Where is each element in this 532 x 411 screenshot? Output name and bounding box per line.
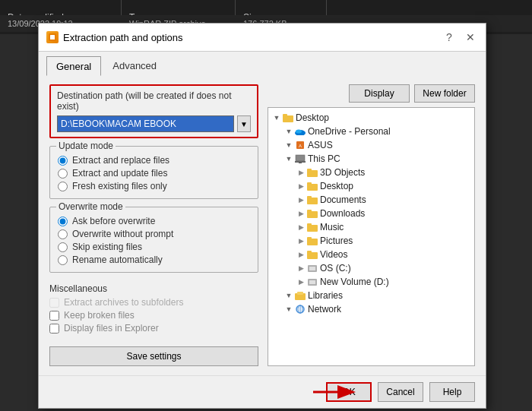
tree-item[interactable]: ▶New Volume (D:) <box>268 275 474 289</box>
ok-arrow-icon <box>312 383 357 401</box>
left-panel: Destination path (will be created if doe… <box>49 84 258 366</box>
tree-expand-icon: ▶ <box>296 167 306 178</box>
asus-icon: A <box>294 140 306 150</box>
radio-fresh-existing-label: Fresh existing files only <box>72 181 167 191</box>
folder-icon <box>306 236 318 246</box>
tree-item[interactable]: ▶Music <box>268 220 474 234</box>
misc-section: Miscellaneous Extract archives to subfol… <box>49 280 258 339</box>
radio-ask-before-label: Ask before overwrite <box>72 216 155 226</box>
radio-skip-existing-label: Skip existing files <box>72 242 142 252</box>
radio-ask-before-input[interactable] <box>58 217 68 226</box>
tree-expand-icon: ▶ <box>296 263 306 273</box>
tree-item[interactable]: ▼Desktop <box>268 111 474 125</box>
tab-general[interactable]: General <box>46 56 101 76</box>
tree-expand-icon: ▼ <box>283 140 294 150</box>
folder-icon <box>306 167 318 178</box>
svg-rect-17 <box>307 196 312 199</box>
misc-keep-broken-label: Keep broken files <box>64 310 135 321</box>
misc-title: Miscellaneous <box>49 283 258 294</box>
misc-keep-broken-input[interactable] <box>49 311 59 321</box>
tree-item[interactable]: ▼AASUS <box>268 138 474 152</box>
tree-expand-icon: ▶ <box>296 208 306 219</box>
title-bar-right: ? ✕ <box>442 30 478 45</box>
misc-display-explorer-label: Display files in Explorer <box>64 323 159 334</box>
dialog-title: Extraction path and options <box>63 32 183 43</box>
svg-rect-8 <box>296 155 305 161</box>
tree-item-label: OS (C:) <box>320 263 351 273</box>
folder-icon <box>306 249 318 260</box>
misc-extract-subfolders: Extract archives to subfolders <box>49 297 258 308</box>
save-settings-button[interactable]: Save settings <box>49 346 258 366</box>
svg-rect-11 <box>299 163 302 163</box>
tree-item[interactable]: ▶Downloads <box>268 207 474 220</box>
svg-rect-23 <box>307 237 312 240</box>
tree-expand-icon: ▼ <box>283 126 294 137</box>
tree-item[interactable]: ▶Documents <box>268 193 474 207</box>
tree-item[interactable]: ▶Desktop <box>268 179 474 193</box>
tree-expand-icon: ▼ <box>283 153 294 164</box>
tree-expand-icon: ▶ <box>296 277 306 287</box>
pc-icon <box>294 153 306 164</box>
svg-rect-19 <box>307 210 312 213</box>
radio-rename-auto-label: Rename automatically <box>72 255 163 265</box>
svg-rect-15 <box>307 182 312 185</box>
tree-item-label: Desktop <box>296 112 329 123</box>
misc-display-explorer-input[interactable] <box>49 324 59 334</box>
tree-item[interactable]: ▼This PC <box>268 152 474 166</box>
help-title-button[interactable]: ? <box>442 30 457 45</box>
radio-skip-existing-input[interactable] <box>58 242 68 252</box>
svg-rect-13 <box>307 169 312 172</box>
radio-extract-replace-input[interactable] <box>58 156 68 166</box>
svg-rect-21 <box>307 223 312 226</box>
tree-item[interactable]: ▶Videos <box>268 248 474 261</box>
tab-advanced[interactable]: Advanced <box>103 56 166 75</box>
destination-dropdown-button[interactable]: ▼ <box>237 115 251 132</box>
radio-overwrite-no-prompt-label: Overwrite without prompt <box>72 229 173 239</box>
close-title-button[interactable]: ✕ <box>463 30 478 45</box>
tree-item-label: Downloads <box>320 208 365 219</box>
footer-row: OK Cancel Help <box>49 382 475 402</box>
tree-item[interactable]: ▶OS (C:) <box>268 261 474 275</box>
destination-input[interactable] <box>57 115 234 132</box>
tree-item-label: Network <box>308 304 341 315</box>
cancel-button[interactable]: Cancel <box>378 382 423 402</box>
folder-icon <box>306 181 318 191</box>
onedrive-icon <box>294 126 306 137</box>
tree-item-label: ASUS <box>308 140 333 150</box>
radio-overwrite-no-prompt-input[interactable] <box>58 229 68 239</box>
tree-expand-icon: ▼ <box>283 290 294 301</box>
new-folder-button[interactable]: New folder <box>414 84 475 103</box>
svg-point-5 <box>296 130 302 134</box>
tree-item-label: Desktop <box>320 181 353 191</box>
svg-rect-10 <box>295 161 306 163</box>
folder-icon <box>306 222 318 232</box>
misc-extract-subfolders-input[interactable] <box>49 298 59 308</box>
tree-item-label: New Volume (D:) <box>320 277 389 287</box>
tree-item-label: Videos <box>320 249 347 260</box>
display-button[interactable]: Display <box>349 84 410 103</box>
tree-item-label: Libraries <box>308 290 343 301</box>
libraries-icon <box>294 290 306 301</box>
tree-expand-icon: ▶ <box>296 194 306 205</box>
tree-item[interactable]: ▶Pictures <box>268 234 474 248</box>
misc-keep-broken: Keep broken files <box>49 310 258 321</box>
radio-fresh-existing-input[interactable] <box>58 182 68 191</box>
tree-item[interactable]: ▼OneDrive - Personal <box>268 125 474 138</box>
radio-extract-replace-label: Extract and replace files <box>72 155 169 166</box>
svg-rect-31 <box>297 292 303 295</box>
help-footer-button[interactable]: Help <box>429 382 475 402</box>
radio-extract-update-label: Extract and update files <box>72 168 167 179</box>
tree-item[interactable]: ▶3D Objects <box>268 166 474 179</box>
radio-extract-update-input[interactable] <box>58 169 68 179</box>
tree-expand-icon: ▶ <box>296 181 306 191</box>
overwrite-mode-group: Overwrite mode Ask before overwrite Over… <box>49 207 258 273</box>
svg-rect-27 <box>309 267 315 270</box>
radio-rename-auto-input[interactable] <box>58 255 68 265</box>
svg-text:A: A <box>299 144 302 148</box>
radio-skip-existing: Skip existing files <box>58 242 250 252</box>
svg-rect-25 <box>307 251 312 254</box>
tree-item[interactable]: ▼Network <box>268 302 474 316</box>
tree-item-label: 3D Objects <box>320 167 365 178</box>
tree-item[interactable]: ▼Libraries <box>268 289 474 302</box>
radio-extract-replace: Extract and replace files <box>58 155 250 166</box>
